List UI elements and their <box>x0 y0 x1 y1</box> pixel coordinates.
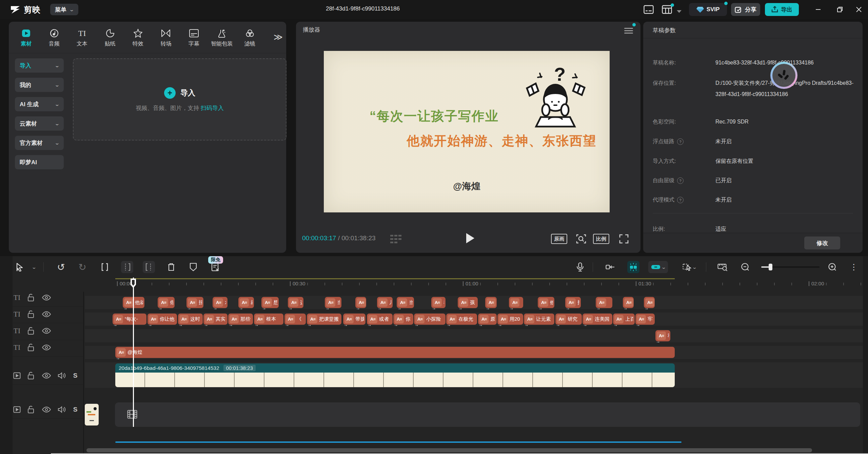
text-clip[interactable]: A≡牢→ <box>635 314 655 325</box>
split-keep-left-button[interactable] <box>121 261 133 273</box>
sidebar-item-2[interactable]: 我的⌄ <box>15 78 64 92</box>
text-clip[interactable]: A≡你→ <box>393 314 413 325</box>
tab-5[interactable]: 特效 <box>124 24 152 52</box>
multi-select-icon[interactable]: ⌄ <box>679 261 699 273</box>
text-clip[interactable]: A≡孩→ <box>458 297 478 308</box>
ratio-button[interactable]: 比例 <box>593 234 609 244</box>
tab-4[interactable]: 贴纸 <box>96 24 124 52</box>
audio-clip[interactable]: 20da1b49-6bad-46a1-9806-340975814532 00:… <box>115 363 675 387</box>
tab-8[interactable]: 智能包装 <box>208 24 236 52</box>
text-clip[interactable]: A≡水→ <box>213 297 228 308</box>
original-quality-button[interactable]: 原画 <box>551 234 567 244</box>
import-button-label[interactable]: 导入 <box>180 88 195 98</box>
snap-to-start-icon[interactable] <box>604 261 616 273</box>
text-clip[interactable]: A≡→ <box>355 297 366 308</box>
eye-icon[interactable] <box>41 326 52 336</box>
text-clip[interactable]: A≡上百→ <box>613 314 635 325</box>
capture-overlay-badge[interactable] <box>770 62 797 89</box>
text-clip[interactable]: A≡你→ <box>158 297 175 308</box>
focus-zoom-icon[interactable] <box>576 234 586 244</box>
modify-button[interactable]: 修改 <box>804 237 840 249</box>
text-clip[interactable]: A≡想→ <box>261 297 279 308</box>
eye-icon[interactable] <box>41 309 52 319</box>
sidebar-item-1[interactable]: 导入⌄ <box>15 58 64 73</box>
speaker-icon[interactable] <box>57 404 67 415</box>
mark-button[interactable] <box>187 261 199 273</box>
sidebar-item-3[interactable]: AI 生成⌄ <box>15 97 64 111</box>
svip-button[interactable]: SVIP <box>689 3 727 16</box>
text-clip[interactable]: A≡当→ <box>397 297 414 308</box>
frame-grid-icon[interactable] <box>390 234 402 244</box>
tab-9[interactable]: 滤镜 <box>236 24 264 52</box>
speaker-icon[interactable] <box>57 371 67 381</box>
layout-panel-icon[interactable] <box>661 5 673 14</box>
undo-button[interactable]: ↺ <box>55 261 67 273</box>
eye-icon[interactable] <box>41 292 52 303</box>
zoom-in-icon[interactable] <box>826 261 839 273</box>
text-clip[interactable]: A≡把课堂搬→ <box>307 314 341 325</box>
redo-button[interactable]: ↻ <box>76 261 88 273</box>
select-tool-chevron-icon[interactable]: ⌄ <box>28 261 40 273</box>
text-clip[interactable]: A≡→ <box>596 297 612 308</box>
lock-icon[interactable] <box>26 292 36 303</box>
text-clip[interactable]: A≡小探险→ <box>414 314 446 325</box>
sidebar-item-5[interactable]: 官方素材⌄ <box>15 136 64 150</box>
text-clip[interactable]: A≡连美国→ <box>583 314 612 325</box>
text-clip[interactable]: A≡和→ <box>655 330 670 341</box>
text-clip[interactable]: A≡根本→ <box>254 314 283 325</box>
text-track-icon[interactable]: TI <box>12 326 22 336</box>
tab-7[interactable]: 字幕 <box>180 24 208 52</box>
share-button[interactable]: 分享 <box>731 3 760 16</box>
text-clip[interactable]: A≡→ <box>623 297 634 308</box>
eye-icon[interactable] <box>41 404 52 415</box>
text-clip[interactable]: A≡儿→ <box>377 297 393 308</box>
text-clip[interactable]: A≡带孩→ <box>343 314 366 325</box>
playhead-handle[interactable] <box>130 278 137 289</box>
maximize-button[interactable] <box>835 5 845 14</box>
text-clip[interactable]: A≡→ <box>644 297 655 308</box>
zoom-slider-track[interactable] <box>761 266 820 268</box>
sidebar-item-4[interactable]: 云素材⌄ <box>15 116 64 131</box>
video-track-lane[interactable] <box>115 402 860 427</box>
subtitle-panel-icon[interactable] <box>643 5 654 14</box>
export-button[interactable]: 导出 <box>765 3 799 16</box>
text-clip[interactable]: A≡那些→ <box>228 314 253 325</box>
lock-icon[interactable] <box>26 371 36 381</box>
lock-icon[interactable] <box>26 309 36 319</box>
text-clip[interactable]: A≡原→ <box>478 314 497 325</box>
text-clip[interactable]: A≡让元素→ <box>524 314 554 325</box>
text-track-icon[interactable]: TI <box>12 342 22 353</box>
play-button[interactable] <box>466 233 474 243</box>
text-clip[interactable]: A≡在极光→ <box>446 314 477 325</box>
video-cover-thumbnail[interactable] <box>85 404 99 425</box>
text-clip[interactable]: A≡《→ <box>284 314 306 325</box>
split-keep-right-button[interactable] <box>143 261 155 273</box>
tab-6[interactable]: 转场 <box>152 24 180 52</box>
eye-icon[interactable] <box>41 342 52 353</box>
text-track-lane[interactable] <box>85 329 863 342</box>
link-preview-icon[interactable]: ⌄ <box>648 261 668 273</box>
menu-button[interactable]: 菜单⌄ <box>50 4 78 15</box>
text-clip[interactable]: A≡当→ <box>325 297 341 308</box>
help-icon[interactable]: ? <box>677 177 684 184</box>
eye-icon[interactable] <box>41 371 52 381</box>
delete-button[interactable] <box>165 261 177 273</box>
fullscreen-icon[interactable] <box>619 234 629 244</box>
text-clip[interactable]: A≡看→ <box>431 297 446 308</box>
sidebar-item-6[interactable]: 即梦AI <box>15 155 64 169</box>
timeline-more-icon[interactable]: ⋮ <box>848 261 860 273</box>
select-tool[interactable] <box>14 261 26 273</box>
tab-1[interactable]: 素材 <box>12 24 40 52</box>
text-clip[interactable]: A≡就→ <box>238 297 254 308</box>
text-clip[interactable]: A≡研究→ <box>555 314 582 325</box>
text-clip[interactable]: A≡→ <box>485 297 497 308</box>
video-preview[interactable]: “每次一让孩子写作业 他就开始神游、走神、东张西望 @海煌 ? <box>324 51 610 212</box>
layout-dropdown-icon[interactable] <box>673 7 685 16</box>
text-clip[interactable]: A≡→ <box>509 297 523 308</box>
text-track-icon[interactable]: TI <box>12 309 22 319</box>
text-clip[interactable]: A≡挂→ <box>186 297 203 308</box>
clipbox-icon[interactable] <box>12 404 22 415</box>
text-clip[interactable]: A≡把→ <box>565 297 581 308</box>
text-clip[interactable]: A≡他→ <box>538 297 554 308</box>
auto-snap-magnet-icon[interactable] <box>627 261 639 273</box>
